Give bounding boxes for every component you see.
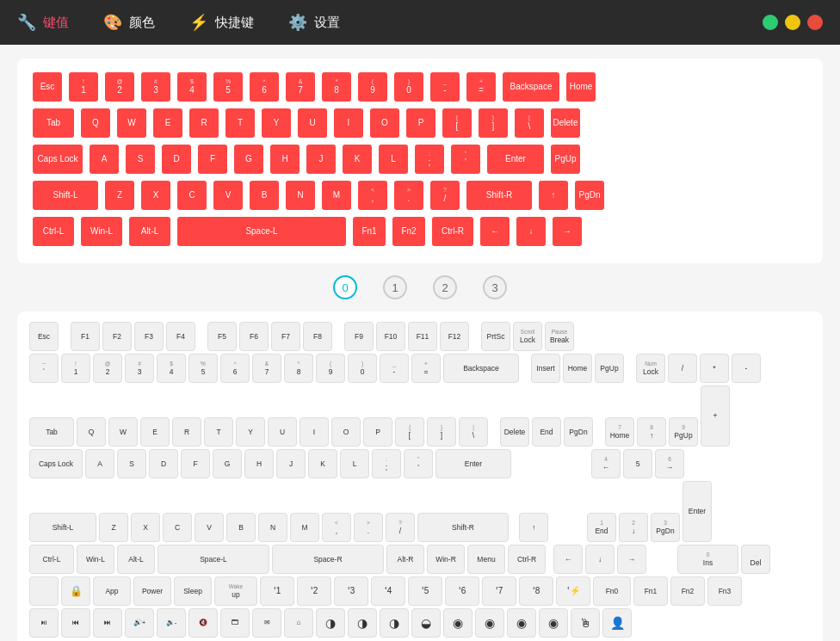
fk-f1[interactable]: F1 — [71, 322, 100, 351]
fk-menu[interactable]: Menu — [467, 545, 505, 574]
prev-key-h[interactable]: H — [269, 143, 301, 176]
fk-tilde[interactable]: ~` — [29, 354, 59, 383]
prev-key-1[interactable]: !1 — [67, 71, 100, 103]
fk-scrolllock[interactable]: ScrollLock — [513, 322, 542, 351]
fk-m[interactable]: M — [290, 513, 319, 542]
fk-spacer-key[interactable]: Space-R — [272, 545, 384, 574]
prev-key-down[interactable]: ↓ — [515, 215, 547, 248]
fk-sp1[interactable] — [29, 576, 59, 606]
fk-k[interactable]: K — [308, 449, 337, 478]
prev-key-k[interactable]: K — [341, 143, 374, 176]
prev-key-b[interactable]: B — [248, 179, 281, 212]
fk-num5[interactable]: 5 — [623, 449, 652, 478]
fk-voldown[interactable]: 🔉- — [157, 608, 186, 638]
fk-lock[interactable]: 🔒 — [61, 576, 90, 606]
fk-i[interactable]: I — [300, 417, 329, 447]
prev-key-p[interactable]: P — [405, 107, 437, 139]
fk-m7[interactable]: ◉ — [507, 608, 536, 638]
fk-numdel[interactable]: .Del — [741, 545, 770, 574]
prev-key-g[interactable]: G — [232, 143, 265, 176]
prev-key-ctrlr[interactable]: Ctrl-R — [430, 215, 475, 248]
prev-key-0[interactable]: )0 — [392, 71, 425, 103]
fk-insert[interactable]: Insert — [531, 354, 560, 383]
fk-backspace[interactable]: Backspace — [443, 354, 519, 383]
fk-f9[interactable]: F9 — [344, 322, 374, 351]
fk-rbrace[interactable]: }] — [427, 417, 456, 447]
fk-numenter[interactable]: Enter — [682, 481, 712, 542]
fk-sleep[interactable]: Sleep — [174, 576, 212, 606]
fk-o[interactable]: O — [331, 417, 361, 447]
fk-spacel[interactable]: Space-L — [158, 545, 269, 574]
tab-0[interactable]: 0 — [333, 275, 357, 299]
prev-key-backspace[interactable]: Backspace — [501, 71, 561, 103]
fk-down[interactable]: ↓ — [585, 545, 615, 574]
fk-fn2-sp[interactable]: Fn2 — [670, 576, 705, 606]
fk-m6[interactable]: ◉ — [475, 608, 504, 638]
prev-key-up[interactable]: ↑ — [537, 179, 570, 212]
minimize-button[interactable] — [785, 15, 800, 30]
fk-c[interactable]: C — [163, 513, 192, 542]
fk-volup[interactable]: 🔊+ — [125, 608, 154, 638]
fk-n6[interactable]: ^6 — [220, 354, 250, 383]
fk-f7[interactable]: F7 — [271, 322, 300, 351]
prev-key-l[interactable]: L — [377, 143, 410, 176]
prev-key-3[interactable]: #3 — [139, 71, 172, 103]
prev-key-t[interactable]: T — [224, 107, 256, 139]
fk-pgdn-nav[interactable]: PgDn — [564, 417, 593, 447]
fk-comma[interactable]: <, — [322, 513, 351, 542]
prev-key-x[interactable]: X — [139, 179, 172, 212]
maximize-button[interactable] — [763, 15, 778, 30]
fk-bt7[interactable]: ʿ7 — [482, 576, 516, 606]
prev-key-period[interactable]: >. — [392, 179, 425, 212]
fk-calc[interactable]: 🗔 — [220, 608, 250, 638]
fk-r[interactable]: R — [172, 417, 201, 447]
fk-app[interactable]: App — [93, 576, 131, 606]
fk-m9[interactable]: 🖱 — [571, 608, 600, 638]
prev-key-capslock[interactable]: Caps Lock — [31, 143, 84, 176]
prev-key-lbracket[interactable]: {[ — [441, 107, 473, 139]
prev-key-2[interactable]: @2 — [103, 71, 136, 103]
prev-key-n[interactable]: N — [284, 179, 317, 212]
fk-f10[interactable]: F10 — [376, 322, 405, 351]
fk-u[interactable]: U — [268, 417, 297, 447]
fk-f11[interactable]: F11 — [408, 322, 437, 351]
prev-key-enter[interactable]: Enter — [485, 143, 546, 176]
fk-d[interactable]: D — [149, 449, 178, 478]
fk-altl[interactable]: Alt-L — [117, 545, 155, 574]
nav-jianzhi[interactable]: 🔧 键值 — [17, 13, 69, 32]
nav-yanse[interactable]: 🎨 颜色 — [103, 13, 155, 32]
fk-numslash[interactable]: / — [668, 354, 697, 383]
fk-home[interactable]: Home — [563, 354, 592, 383]
prev-key-5[interactable]: %5 — [212, 71, 244, 103]
fk-bt2[interactable]: ʿ2 — [297, 576, 331, 606]
fk-num3[interactable]: 3PgDn — [651, 513, 680, 542]
fk-minus[interactable]: _- — [380, 354, 409, 383]
prev-key-shiftl[interactable]: Shift-L — [31, 179, 100, 212]
prev-key-pgdn[interactable]: PgDn — [573, 179, 606, 212]
prev-key-a[interactable]: A — [88, 143, 120, 176]
fk-y[interactable]: Y — [236, 417, 265, 447]
fk-ctrlr[interactable]: Ctrl-R — [508, 545, 546, 574]
prev-key-d[interactable]: D — [160, 143, 193, 176]
prev-key-altl[interactable]: Alt-L — [127, 215, 172, 248]
prev-key-minus[interactable]: _- — [429, 71, 461, 103]
fk-b[interactable]: B — [226, 513, 256, 542]
prev-key-equals[interactable]: += — [465, 71, 497, 103]
fk-pgup-nav[interactable]: PgUp — [595, 354, 624, 383]
fk-n9[interactable]: (9 — [316, 354, 345, 383]
fk-next[interactable]: ⏭ — [93, 608, 122, 638]
fk-mute[interactable]: 🔇 — [188, 608, 218, 638]
fk-m4[interactable]: ◒ — [411, 608, 441, 638]
prev-key-w[interactable]: W — [115, 107, 148, 139]
prev-key-ctrll[interactable]: Ctrl-L — [31, 215, 76, 248]
prev-key-backslash[interactable]: |\ — [513, 107, 546, 139]
prev-key-pgup[interactable]: PgUp — [549, 143, 582, 176]
prev-key-c[interactable]: C — [176, 179, 208, 212]
fk-s[interactable]: S — [117, 449, 146, 478]
fk-n[interactable]: N — [258, 513, 287, 542]
fk-bt4[interactable]: ʿ4 — [371, 576, 405, 606]
fk-numstar[interactable]: * — [700, 354, 729, 383]
close-button[interactable] — [807, 15, 823, 30]
fk-prev[interactable]: ⏮ — [61, 608, 90, 638]
fk-num0[interactable]: 0Ins — [677, 545, 738, 574]
